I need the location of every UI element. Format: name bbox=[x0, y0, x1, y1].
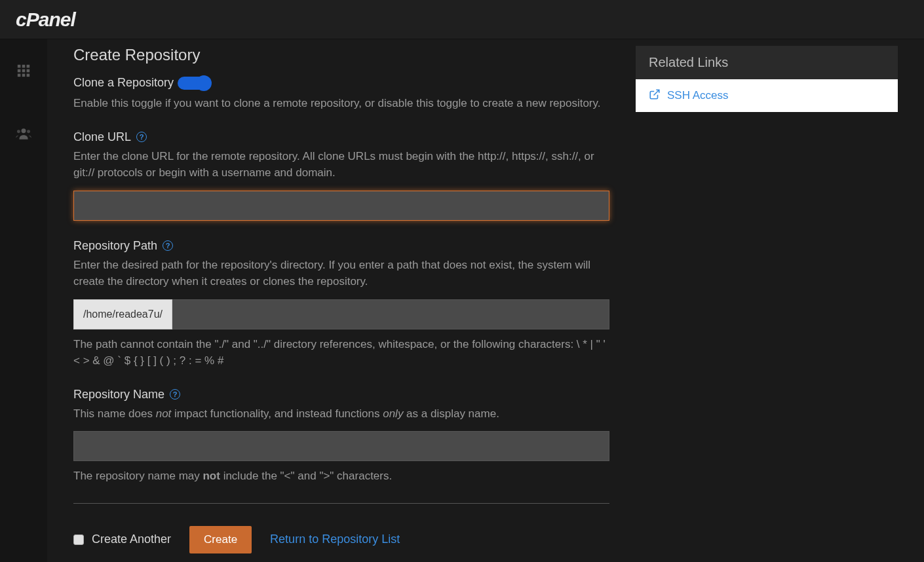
create-another-checkbox[interactable] bbox=[73, 534, 84, 545]
repo-path-after: The path cannot contain the "./" and "..… bbox=[73, 336, 609, 369]
repo-path-input[interactable] bbox=[172, 299, 609, 329]
grid-icon[interactable] bbox=[0, 52, 47, 89]
clone-toggle-label: Clone a Repository bbox=[73, 76, 174, 90]
divider bbox=[73, 503, 609, 504]
toggle-knob bbox=[196, 75, 212, 91]
clone-url-desc: Enter the clone URL for the remote repos… bbox=[73, 148, 609, 181]
help-icon[interactable]: ? bbox=[136, 132, 147, 142]
svg-rect-0 bbox=[18, 65, 21, 68]
repo-name-input[interactable] bbox=[73, 431, 609, 461]
ssh-access-label: SSH Access bbox=[667, 89, 729, 102]
svg-rect-6 bbox=[18, 74, 21, 77]
create-another-label: Create Another bbox=[92, 533, 171, 546]
svg-rect-7 bbox=[22, 74, 26, 77]
clone-toggle[interactable] bbox=[178, 77, 210, 90]
clone-help-text: Enable this toggle if you want to clone … bbox=[73, 95, 609, 112]
svg-point-10 bbox=[17, 130, 20, 133]
help-icon[interactable]: ? bbox=[163, 240, 173, 251]
page-title: Create Repository bbox=[73, 46, 609, 64]
repo-path-prefix: /home/readea7u/ bbox=[73, 299, 172, 329]
repo-name-desc: This name does not impact functionality,… bbox=[73, 405, 609, 422]
help-icon[interactable]: ? bbox=[170, 389, 180, 400]
top-bar: cPanel bbox=[0, 0, 924, 39]
clone-url-input[interactable] bbox=[73, 191, 609, 221]
return-link[interactable]: Return to Repository List bbox=[270, 533, 400, 546]
svg-rect-8 bbox=[27, 74, 30, 77]
related-links-header: Related Links bbox=[636, 46, 898, 79]
related-links-box: Related Links SSH Access bbox=[636, 46, 898, 112]
svg-line-12 bbox=[654, 90, 659, 95]
repo-path-group: /home/readea7u/ bbox=[73, 299, 609, 329]
users-icon[interactable] bbox=[0, 115, 47, 152]
svg-rect-2 bbox=[27, 65, 30, 68]
side-nav bbox=[0, 39, 47, 562]
ssh-access-link[interactable]: SSH Access bbox=[636, 79, 898, 112]
repo-name-label: Repository Name bbox=[73, 388, 164, 402]
clone-url-label: Clone URL bbox=[73, 130, 131, 144]
svg-rect-3 bbox=[18, 69, 21, 73]
svg-rect-5 bbox=[27, 69, 30, 73]
cpanel-logo: cPanel bbox=[16, 9, 75, 31]
repo-name-after: The repository name may not include the … bbox=[73, 468, 609, 485]
svg-point-9 bbox=[22, 128, 26, 133]
repo-path-desc: Enter the desired path for the repositor… bbox=[73, 257, 609, 290]
svg-rect-4 bbox=[22, 69, 26, 73]
svg-rect-1 bbox=[22, 65, 26, 68]
svg-point-11 bbox=[27, 130, 30, 133]
external-link-icon bbox=[649, 88, 661, 103]
create-button[interactable]: Create bbox=[189, 526, 252, 553]
repo-path-label: Repository Path bbox=[73, 239, 157, 253]
